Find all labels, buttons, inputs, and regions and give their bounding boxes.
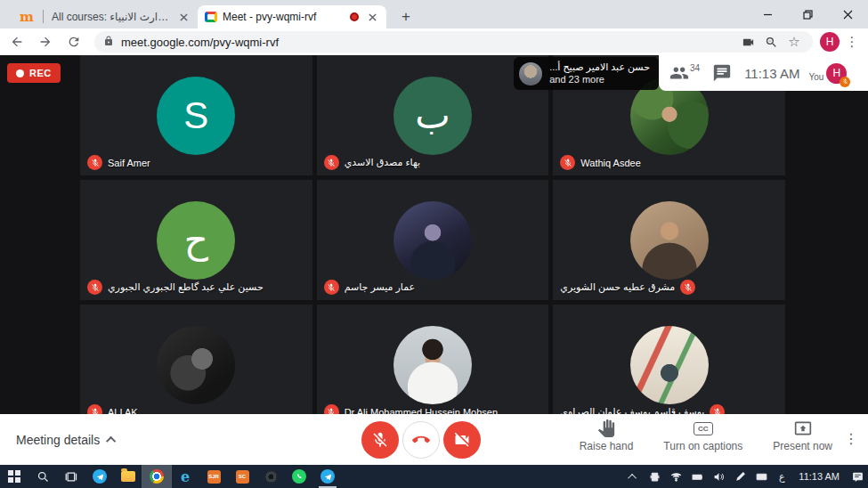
present-icon <box>794 419 812 437</box>
avatar-photo <box>157 326 235 404</box>
chat-button[interactable] <box>712 63 732 83</box>
tab-meet-active[interactable]: Meet - pvy-wqmi-rvf <box>198 5 386 28</box>
reload-button[interactable] <box>62 30 85 53</box>
tab-close-icon[interactable] <box>365 10 379 24</box>
tray-pen-button[interactable] <box>729 465 750 488</box>
back-button[interactable] <box>5 30 28 53</box>
participant-name: حسين علي عبد گاطع الجبوري الجبوري <box>108 281 264 293</box>
mic-muted-icon <box>710 404 725 414</box>
you-label: You <box>808 72 823 82</box>
raise-hand-button[interactable]: Raise hand <box>580 419 634 452</box>
captions-label: Turn on captions <box>663 440 742 452</box>
avatar: ب <box>393 77 472 155</box>
forward-button[interactable] <box>34 30 57 53</box>
participant-name-tag: Dr Ali Mohammed Hussein Mohsen <box>324 404 498 414</box>
avatar-photo <box>630 201 709 280</box>
taskbar-edge[interactable]: e <box>171 465 199 488</box>
mic-muted-icon <box>87 280 102 295</box>
action-center-button[interactable] <box>847 465 868 488</box>
participant-name: مشرق عطيه حسن الشويري <box>560 281 675 293</box>
task-view-button[interactable] <box>57 465 85 488</box>
mic-muted-icon <box>324 280 339 295</box>
taskbar-whatsapp[interactable] <box>285 465 313 488</box>
leave-call-button[interactable] <box>402 421 440 459</box>
participant-tile[interactable]: مشرق عطيه حسن الشويري <box>553 180 785 300</box>
address-bar[interactable]: meet.google.com/pvy-wqmi-rvf ☆ <box>94 31 813 53</box>
participant-tile[interactable]: يوسف قاسم يوسف علوان الصراوي <box>553 305 785 414</box>
self-view[interactable]: You H <box>808 63 847 84</box>
captions-button[interactable]: CC Turn on captions <box>663 419 742 452</box>
tab-all-courses[interactable]: All courses: جامعة وارث الانبياء <box>46 5 196 28</box>
taskbar-telegram-2-active[interactable] <box>313 465 342 488</box>
telegram-icon <box>93 469 107 484</box>
edge-icon: e <box>181 468 190 485</box>
participant-name: يوسف قاسم يوسف علوان الصراوي <box>560 406 704 414</box>
participants-button[interactable]: 34 <box>669 63 700 83</box>
minimize-button[interactable] <box>748 0 788 28</box>
browser-profile-avatar[interactable]: H <box>820 32 840 52</box>
participant-tile[interactable]: ALI AK <box>80 305 312 414</box>
chat-icon <box>712 63 732 83</box>
participant-name: عمار ميسر جاسم <box>345 281 415 293</box>
mute-microphone-button[interactable] <box>361 421 399 459</box>
avatar-photo <box>393 201 472 280</box>
tray-wifi-button[interactable] <box>665 465 686 488</box>
taskbar-clock[interactable]: 11:13 AM <box>791 471 847 482</box>
tray-touch-keyboard-button[interactable] <box>750 465 772 488</box>
tab-separator <box>43 10 44 23</box>
browser-menu-icon[interactable]: ⋮ <box>843 34 861 50</box>
moodle-favicon-icon: m <box>20 9 34 25</box>
windows-taskbar: e SJR SC <box>0 465 868 488</box>
tab-close-icon[interactable] <box>176 10 191 24</box>
search-button[interactable] <box>28 465 57 488</box>
tray-battery-button[interactable] <box>686 465 708 488</box>
present-label: Present now <box>773 440 832 452</box>
tab-moodle-pinned[interactable]: m <box>11 5 43 28</box>
taskbar-media-app[interactable] <box>256 465 285 488</box>
participant-name-tag: يوسف قاسم يوسف علوان الصراوي <box>560 404 725 414</box>
more-options-icon[interactable]: ⋮ <box>843 430 859 447</box>
tray-volume-button[interactable] <box>708 465 729 488</box>
mic-muted-icon <box>560 155 575 170</box>
meet-control-bar: Meeting details Raise hand CC Turn on ca… <box>0 414 868 465</box>
taskbar-app-sjr[interactable]: SJR <box>199 465 228 488</box>
window-controls <box>748 0 868 28</box>
taskbar-app-sc[interactable]: SC <box>228 465 256 488</box>
chevron-up-icon <box>106 435 116 445</box>
tray-expand-button[interactable] <box>622 465 644 488</box>
camera-in-use-icon[interactable] <box>738 32 758 52</box>
meeting-clock: 11:13 AM <box>744 66 799 81</box>
zoom-out-icon[interactable] <box>761 32 781 52</box>
start-button[interactable] <box>0 465 28 488</box>
active-speaker-pill[interactable]: حسن عبد الامير صبيح أ... and 23 more <box>514 57 659 90</box>
telegram-icon <box>320 469 335 484</box>
meeting-details-button[interactable]: Meeting details <box>16 414 116 465</box>
participant-name: Dr Ali Mohammed Hussein Mohsen <box>345 407 498 415</box>
language-indicator[interactable]: ع <box>772 471 791 483</box>
participant-tile[interactable]: S Saif Amer <box>80 55 312 175</box>
close-button[interactable] <box>828 0 868 28</box>
taskbar-file-explorer[interactable] <box>114 465 142 488</box>
taskbar-chrome-active[interactable] <box>142 465 171 488</box>
call-end-icon <box>412 431 430 449</box>
self-muted-badge-icon <box>840 77 850 87</box>
new-tab-button[interactable]: + <box>395 6 417 28</box>
bookmark-star-icon[interactable]: ☆ <box>784 32 804 52</box>
restore-button[interactable] <box>788 0 828 28</box>
taskbar-telegram[interactable] <box>85 465 114 488</box>
participant-tile[interactable]: ح حسين علي عبد گاطع الجبوري الجبوري <box>80 180 312 300</box>
recording-dot-icon <box>16 69 24 77</box>
camera-off-button[interactable] <box>443 421 481 459</box>
speaker-avatar <box>519 62 542 85</box>
battery-icon <box>692 471 703 483</box>
tab-title: All courses: جامعة وارث الانبياء <box>52 11 173 23</box>
mic-muted-icon <box>324 404 339 414</box>
hand-icon <box>597 419 615 437</box>
tab-recording-indicator-icon <box>350 12 359 21</box>
present-now-button[interactable]: Present now <box>773 419 832 452</box>
avatar-photo <box>393 326 472 404</box>
participant-tile[interactable]: عمار ميسر جاسم <box>317 180 549 300</box>
tray-cast-button[interactable] <box>644 465 665 488</box>
participant-tile[interactable]: Dr Ali Mohammed Hussein Mohsen <box>317 305 549 414</box>
videocam-off-icon <box>453 431 471 449</box>
